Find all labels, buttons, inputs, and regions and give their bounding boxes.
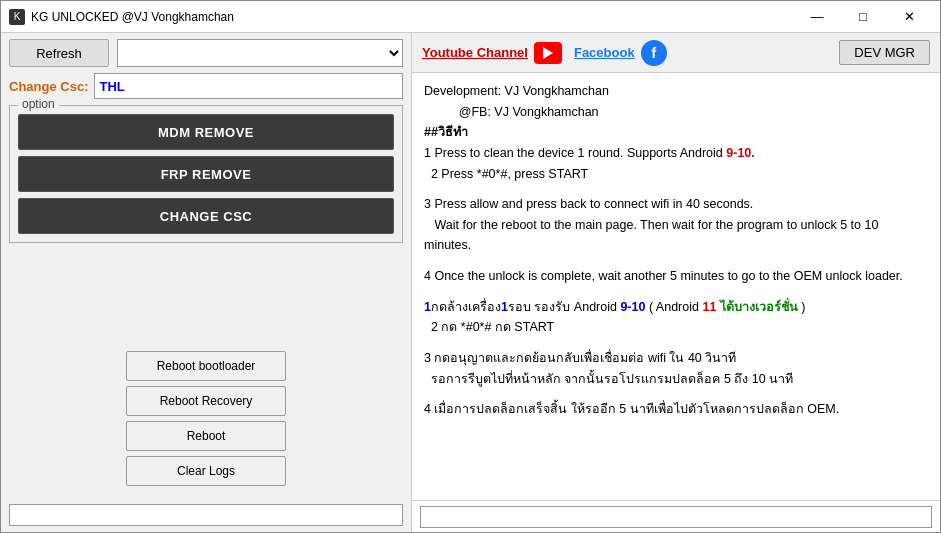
frp-remove-button[interactable]: FRP REMOVE: [18, 156, 394, 192]
reboot-button[interactable]: Reboot: [126, 421, 286, 451]
option-group: option MDM REMOVE FRP REMOVE CHANGE CSC: [9, 105, 403, 243]
csc-row: Change Csc:: [9, 73, 403, 99]
content-line-4: 1 Press to clean the device 1 round. Sup…: [424, 143, 928, 164]
window-controls: — □ ✕: [794, 1, 932, 33]
content-line-10: 4 Once the unlock is complete, wait anot…: [424, 266, 928, 287]
top-links-bar: Youtube Channel Facebook f DEV MGR: [412, 33, 940, 73]
right-bottom-bar: [412, 500, 940, 532]
right-content-area: Development: VJ Vongkhamchan @FB: VJ Von…: [412, 73, 940, 500]
refresh-row: Refresh: [9, 39, 403, 67]
content-line-8: Wait for the reboot to the main page. Th…: [424, 215, 928, 256]
facebook-link[interactable]: Facebook: [574, 45, 635, 60]
window-title: KG UNLOCKED @VJ Vongkhamchan: [31, 10, 234, 24]
left-panel: Refresh Change Csc: option MDM REMOVE FR…: [1, 33, 411, 532]
clear-logs-button[interactable]: Clear Logs: [126, 456, 286, 486]
maximize-button[interactable]: □: [840, 1, 886, 33]
csc-input[interactable]: [94, 73, 403, 99]
content-line-thai2: 2 กด *#0*# กด START: [424, 317, 928, 338]
content-line-3: ##วิธีทำ: [424, 122, 928, 143]
youtube-play-icon: [543, 47, 553, 59]
facebook-icon: f: [641, 40, 667, 66]
app-icon: K: [9, 9, 25, 25]
csc-label: Change Csc:: [9, 79, 88, 94]
left-progress-bar: [9, 504, 403, 526]
content-line-5: 2 Press *#0*#, press START: [424, 164, 928, 185]
content-line-thai6: [424, 389, 928, 399]
title-bar-left: K KG UNLOCKED @VJ Vongkhamchan: [9, 9, 234, 25]
reboot-bootloader-button[interactable]: Reboot bootloader: [126, 351, 286, 381]
reboot-recovery-button[interactable]: Reboot Recovery: [126, 386, 286, 416]
title-bar: K KG UNLOCKED @VJ Vongkhamchan — □ ✕: [1, 1, 940, 33]
content-line-thai5: รอการรีบูตไปที่หน้าหลัก จากนั้นรอโปรแกรม…: [424, 369, 928, 390]
refresh-button[interactable]: Refresh: [9, 39, 109, 67]
content-line-thai1: 1กดล้างเครื่อง1รอบ รองรับ Android 9-10 (…: [424, 297, 928, 318]
content-line-thai3: [424, 338, 928, 348]
right-panel: Youtube Channel Facebook f DEV MGR Devel…: [411, 33, 940, 532]
close-button[interactable]: ✕: [886, 1, 932, 33]
bottom-buttons: Reboot bootloader Reboot Recovery Reboot…: [9, 351, 403, 494]
content-line-6: [424, 184, 928, 194]
change-csc-button[interactable]: CHANGE CSC: [18, 198, 394, 234]
device-dropdown[interactable]: [117, 39, 403, 67]
minimize-button[interactable]: —: [794, 1, 840, 33]
content-line-thai7: 4 เมื่อการปลดล็อกเสร็จสิ้น ให้รออีก 5 นา…: [424, 399, 928, 420]
content-line-1: Development: VJ Vongkhamchan: [424, 81, 928, 102]
youtube-link[interactable]: Youtube Channel: [422, 45, 528, 60]
content-line-thai4: 3 กดอนุญาตและกดย้อนกลับเพื่อเชื่อมต่อ wi…: [424, 348, 928, 369]
youtube-icon: [534, 42, 562, 64]
content-line-11: [424, 287, 928, 297]
mdm-remove-button[interactable]: MDM REMOVE: [18, 114, 394, 150]
dev-mgr-button[interactable]: DEV MGR: [839, 40, 930, 65]
content-line-9: [424, 256, 928, 266]
option-legend: option: [18, 97, 59, 111]
content-line-2: @FB: VJ Vongkhamchan: [424, 102, 928, 123]
content-line-7: 3 Press allow and press back to connect …: [424, 194, 928, 215]
right-progress-bar: [420, 506, 932, 528]
